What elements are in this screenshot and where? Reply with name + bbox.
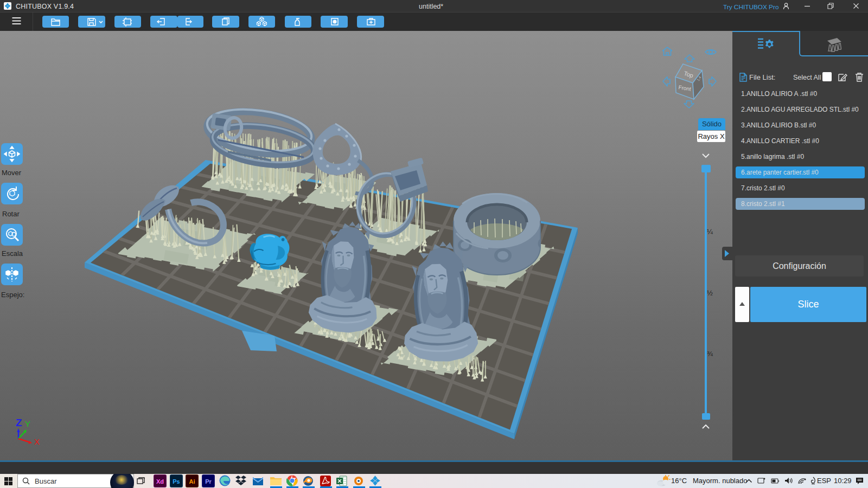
svg-text:X: X — [34, 437, 40, 446]
svg-text:Y: Y — [25, 419, 30, 428]
svg-text:Z: Z — [16, 417, 22, 428]
